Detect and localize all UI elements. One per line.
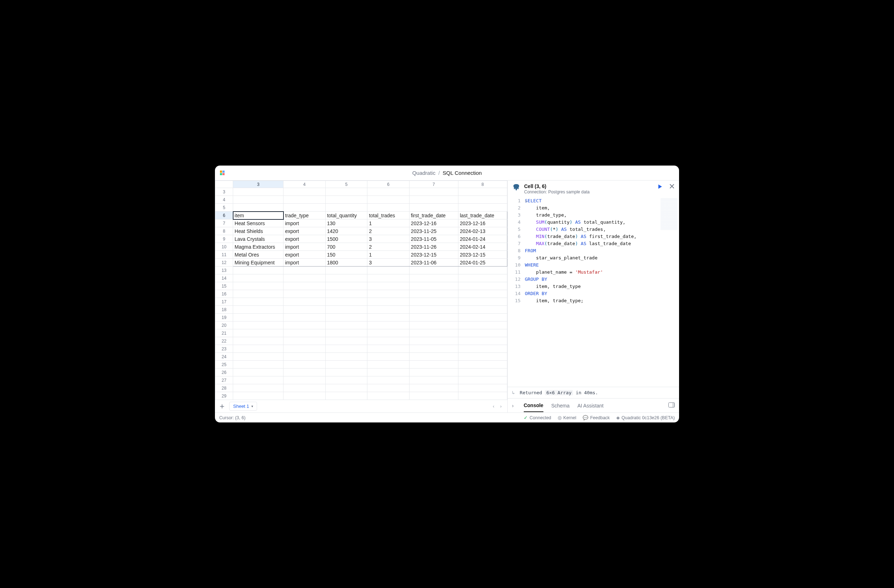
- grid-cell[interactable]: 1800: [325, 259, 367, 267]
- grid-cell[interactable]: 3: [367, 259, 409, 267]
- grid-cell[interactable]: 2: [367, 243, 409, 251]
- row-header[interactable]: 13: [215, 267, 233, 274]
- grid-cell[interactable]: [325, 306, 367, 314]
- grid-cell[interactable]: [233, 298, 284, 306]
- grid-cell[interactable]: [367, 267, 409, 274]
- grid-cell[interactable]: [325, 337, 367, 345]
- grid-cell[interactable]: [325, 267, 367, 274]
- code-line[interactable]: COUNT(*) AS total_trades,: [525, 226, 676, 233]
- grid-cell[interactable]: import: [284, 243, 325, 251]
- grid-cell[interactable]: import: [284, 219, 325, 227]
- panel-tab-schema[interactable]: Schema: [551, 400, 569, 412]
- grid-cell[interactable]: 2023-12-16: [409, 219, 458, 227]
- grid-cell[interactable]: [367, 290, 409, 298]
- grid-cell[interactable]: [233, 392, 284, 400]
- grid-cell[interactable]: [284, 337, 325, 345]
- grid-cell[interactable]: export: [284, 235, 325, 243]
- row-header[interactable]: 10: [215, 243, 233, 251]
- grid-cell[interactable]: [367, 314, 409, 321]
- column-header[interactable]: 6: [367, 181, 409, 188]
- close-panel-button[interactable]: [669, 183, 675, 191]
- grid-cell[interactable]: 2023-12-16: [458, 219, 507, 227]
- grid-cell[interactable]: [325, 298, 367, 306]
- minimap[interactable]: [660, 198, 678, 230]
- grid-cell[interactable]: 2024-01-24: [458, 235, 507, 243]
- column-header[interactable]: 7: [409, 181, 458, 188]
- grid-cell[interactable]: [284, 321, 325, 329]
- grid-cell[interactable]: import: [284, 259, 325, 267]
- grid-cell[interactable]: [284, 267, 325, 274]
- grid-cell[interactable]: [325, 369, 367, 377]
- row-header[interactable]: 26: [215, 369, 233, 377]
- status-version[interactable]: ◈ Quadratic 0c13e26 (BETA): [616, 415, 675, 420]
- row-header[interactable]: 7: [215, 219, 233, 227]
- grid-cell[interactable]: [284, 384, 325, 392]
- grid-cell[interactable]: [409, 306, 458, 314]
- grid-cell[interactable]: [458, 274, 507, 282]
- grid-cell[interactable]: [367, 188, 409, 196]
- grid-cell[interactable]: 130: [325, 219, 367, 227]
- grid-cell[interactable]: [325, 321, 367, 329]
- grid-cell[interactable]: [284, 306, 325, 314]
- grid-cell[interactable]: 2023-11-06: [409, 259, 458, 267]
- grid-cell[interactable]: [233, 361, 284, 369]
- dock-toggle-button[interactable]: [668, 403, 675, 409]
- grid-cell[interactable]: [458, 196, 507, 204]
- grid-cell[interactable]: [233, 267, 284, 274]
- grid-cell[interactable]: [367, 345, 409, 353]
- grid-cell[interactable]: [409, 361, 458, 369]
- grid-cell[interactable]: [325, 204, 367, 211]
- code-line[interactable]: GROUP BY: [525, 276, 676, 283]
- grid-cell[interactable]: export: [284, 227, 325, 235]
- grid-cell[interactable]: [233, 329, 284, 337]
- grid-cell[interactable]: [233, 188, 284, 196]
- grid-cell[interactable]: last_trade_date: [458, 211, 507, 219]
- grid-cell[interactable]: [458, 361, 507, 369]
- row-header[interactable]: 22: [215, 337, 233, 345]
- grid-cell[interactable]: [367, 369, 409, 377]
- row-header[interactable]: 14: [215, 274, 233, 282]
- corner-cell[interactable]: [215, 181, 233, 188]
- grid-cell[interactable]: [325, 392, 367, 400]
- grid-cell[interactable]: 1420: [325, 227, 367, 235]
- grid-cell[interactable]: 2024-01-25: [458, 259, 507, 267]
- grid-cell[interactable]: [284, 369, 325, 377]
- grid-cell[interactable]: [284, 345, 325, 353]
- grid-cell[interactable]: [284, 282, 325, 290]
- grid-cell[interactable]: [325, 290, 367, 298]
- row-header[interactable]: 28: [215, 384, 233, 392]
- grid-cell[interactable]: [458, 337, 507, 345]
- grid-cell[interactable]: [233, 306, 284, 314]
- grid-cell[interactable]: [458, 267, 507, 274]
- grid-cell[interactable]: Heat Sensors: [233, 219, 284, 227]
- row-header[interactable]: 23: [215, 345, 233, 353]
- grid-cell[interactable]: [325, 314, 367, 321]
- grid-cell[interactable]: [367, 384, 409, 392]
- grid-cell[interactable]: [367, 204, 409, 211]
- grid-cell[interactable]: [233, 321, 284, 329]
- row-header[interactable]: 3: [215, 188, 233, 196]
- grid-cell[interactable]: [367, 392, 409, 400]
- grid-cell[interactable]: [284, 377, 325, 384]
- code-line[interactable]: trade_type,: [525, 211, 676, 219]
- grid-cell[interactable]: [458, 392, 507, 400]
- grid-cell[interactable]: [409, 204, 458, 211]
- grid-cell[interactable]: [233, 353, 284, 361]
- grid-cell[interactable]: [409, 392, 458, 400]
- grid-cell[interactable]: [367, 282, 409, 290]
- grid-cell[interactable]: 1: [367, 251, 409, 259]
- grid-cell[interactable]: Heat Shields: [233, 227, 284, 235]
- grid-cell[interactable]: [409, 321, 458, 329]
- grid-cell[interactable]: [367, 298, 409, 306]
- grid-cell[interactable]: [367, 321, 409, 329]
- grid-cell[interactable]: total_trades: [367, 211, 409, 219]
- grid-cell[interactable]: [458, 353, 507, 361]
- code-line[interactable]: SUM(quantity) AS total_quantity,: [525, 219, 676, 226]
- grid-cell[interactable]: 2023-12-15: [409, 251, 458, 259]
- grid-cell[interactable]: 2023-11-05: [409, 235, 458, 243]
- grid-cell[interactable]: [233, 282, 284, 290]
- run-button[interactable]: [657, 184, 663, 190]
- grid-cell[interactable]: [409, 188, 458, 196]
- grid-cell[interactable]: [284, 298, 325, 306]
- grid-cell[interactable]: [409, 384, 458, 392]
